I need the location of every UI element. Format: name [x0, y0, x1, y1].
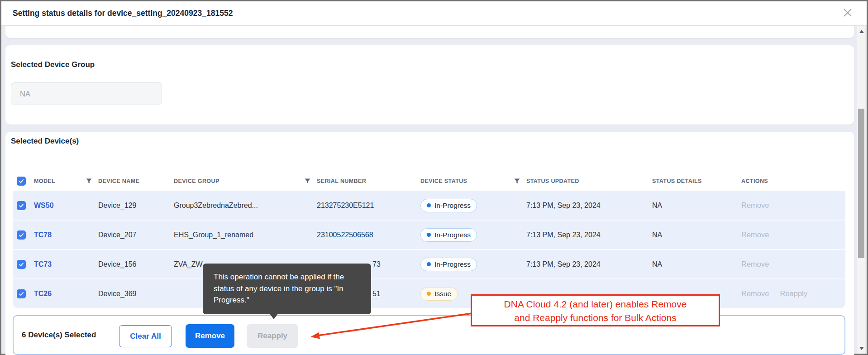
status-dot-icon: [427, 233, 431, 237]
setting-status-modal: Setting status details for device_settin…: [0, 0, 868, 355]
check-icon: [18, 202, 24, 209]
tooltip-text: This operation cannot be applied if the …: [214, 273, 344, 304]
clear-all-button[interactable]: Clear All: [119, 325, 172, 347]
device-group-field[interactable]: NA: [11, 82, 162, 105]
table-row: TC78 Device_207 EHS_Group_1_renamed 2310…: [13, 221, 845, 250]
model-link[interactable]: TC78: [34, 231, 98, 239]
col-device-status: DEVICE STATUS: [420, 178, 467, 184]
close-button[interactable]: [841, 6, 854, 19]
selected-count: 6 Device(s) Selected: [22, 331, 96, 340]
status-badge: In-Progress: [420, 258, 477, 271]
device-name: Device_156: [98, 260, 174, 269]
device-name: Device_129: [98, 201, 174, 210]
serial-number: 23100522506568: [317, 231, 420, 239]
model-link[interactable]: TC26: [34, 290, 98, 298]
remove-action[interactable]: Remove: [741, 201, 769, 210]
triangle-down-icon: [859, 347, 864, 350]
modal-header: Setting status details for device_settin…: [1, 1, 867, 26]
col-serial-number: SERIAL NUMBER: [317, 178, 420, 184]
reapply-button[interactable]: Reapply: [247, 324, 298, 348]
scrollbar-thumb[interactable]: [858, 109, 864, 258]
vertical-scrollbar[interactable]: [857, 26, 865, 354]
filter-icon[interactable]: [514, 178, 520, 184]
table-header-row: MODEL DEVICE NAME DEVICE GROUP SERIAL NU…: [13, 171, 845, 191]
status-updated: 7:13 PM, Sep 23, 2024: [526, 231, 652, 239]
model-link[interactable]: TC73: [34, 260, 98, 269]
col-device-name: DEVICE NAME: [98, 178, 174, 184]
status-dot-icon: [427, 262, 431, 266]
status-details: NA: [652, 231, 741, 239]
status-badge: In-Progress: [420, 199, 477, 212]
col-status-details: STATUS DETAILS: [652, 178, 741, 184]
filter-icon[interactable]: [305, 178, 310, 184]
devices-heading: Selected Device(s): [11, 137, 79, 146]
model-link[interactable]: WS50: [34, 201, 98, 210]
close-icon: [843, 8, 853, 18]
annotation-line2: and Reapply functions for Bulk Actions: [472, 311, 719, 325]
status-dot-icon: [427, 292, 431, 296]
device-name: Device_369: [98, 290, 174, 298]
status-details: NA: [652, 201, 741, 210]
scroll-up-button[interactable]: [857, 27, 866, 36]
previous-card-edge: [5, 26, 854, 38]
row-checkbox[interactable]: [17, 289, 26, 298]
status-dot-icon: [427, 203, 431, 207]
device-group-heading: Selected Device Group: [11, 60, 95, 69]
table-row: TC73 Device_156 ZVA_ZW 73 In-Progress 7:…: [13, 250, 845, 279]
annotation-line1: DNA Cloud 4.2 (and later) enables Remove: [472, 297, 719, 311]
remove-button[interactable]: Remove: [186, 324, 234, 348]
check-icon: [18, 291, 24, 297]
check-icon: [18, 232, 24, 238]
modal-title: Setting status details for device_settin…: [13, 9, 233, 18]
remove-action[interactable]: Remove: [741, 260, 769, 269]
triangle-up-icon: [859, 30, 864, 33]
table-row: TC26 Device_369 51 Issue Remove Reapply: [13, 279, 845, 308]
row-checkbox[interactable]: [17, 201, 26, 210]
devices-table: MODEL DEVICE NAME DEVICE GROUP SERIAL NU…: [13, 171, 845, 308]
filter-icon[interactable]: [86, 178, 92, 184]
select-all-checkbox[interactable]: [17, 177, 26, 186]
reapply-action[interactable]: Reapply: [780, 289, 807, 298]
col-model: MODEL: [34, 178, 55, 184]
remove-action[interactable]: Remove: [741, 289, 769, 298]
selected-device-group-card: Selected Device Group NA: [5, 45, 854, 125]
row-checkbox[interactable]: [17, 260, 26, 269]
device-name: Device_207: [98, 231, 174, 239]
row-checkbox[interactable]: [17, 230, 26, 240]
status-badge: In-Progress: [420, 228, 477, 242]
status-details: NA: [652, 260, 741, 269]
bulk-actions-bar: 6 Device(s) Selected Clear All Remove Re…: [13, 315, 845, 355]
scroll-down-button[interactable]: [857, 344, 866, 353]
table-row: WS50 Device_129 Group3ZebrednaZebred... …: [13, 191, 845, 221]
check-icon: [18, 261, 24, 268]
annotation-callout: DNA Cloud 4.2 (and later) enables Remove…: [471, 294, 720, 326]
status-badge: Issue: [420, 287, 458, 301]
col-status-updated: STATUS UPDATED: [526, 178, 652, 184]
tooltip-caret-icon: [270, 314, 278, 319]
device-group: Group3ZebrednaZebred...: [174, 201, 317, 210]
remove-action[interactable]: Remove: [741, 230, 769, 239]
col-device-group: DEVICE GROUP: [174, 178, 219, 184]
col-actions: ACTIONS: [741, 178, 845, 184]
device-group: EHS_Group_1_renamed: [174, 231, 317, 239]
reapply-disabled-tooltip: This operation cannot be applied if the …: [203, 264, 371, 314]
serial-number: 213275230E5121: [317, 201, 420, 210]
check-icon: [18, 178, 24, 184]
status-updated: 7:13 PM, Sep 23, 2024: [526, 260, 652, 269]
status-updated: 7:13 PM, Sep 23, 2024: [526, 201, 652, 210]
